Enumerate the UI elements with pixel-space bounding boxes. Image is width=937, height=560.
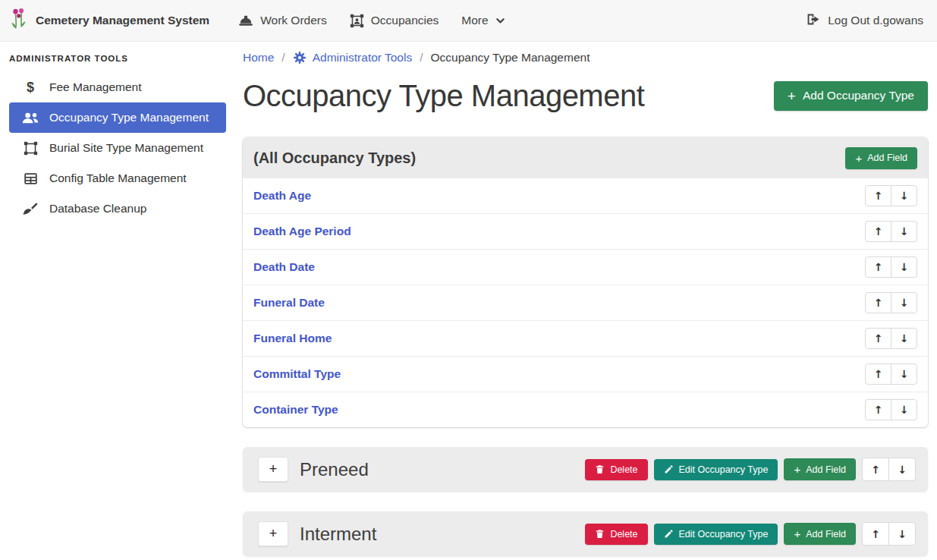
move-down-button[interactable]: ↓ [891, 328, 917, 349]
field-link[interactable]: Death Date [253, 260, 315, 274]
plus-icon: + [855, 153, 862, 164]
pencil-icon [664, 464, 674, 474]
app-title: Cemetery Management System [36, 14, 209, 27]
gear-icon [293, 51, 307, 64]
logout-icon [806, 12, 820, 30]
page-layout: ADMINISTRATOR TOOLS $ Fee Management Occ… [0, 42, 937, 560]
users-icon [21, 112, 39, 124]
occupancy-type-section: + Interment Delete [243, 511, 928, 556]
field-row: Committal Type ↑ ↓ [243, 356, 928, 392]
move-up-button[interactable]: ↑ [865, 363, 891, 385]
sidebar-item-config-table-management[interactable]: Config Table Management [9, 163, 226, 193]
arrow-down-icon: ↓ [898, 464, 907, 476]
occupancy-frame-icon [350, 14, 364, 28]
field-link[interactable]: Funeral Date [253, 296, 325, 310]
reorder-group: ↑ ↓ [865, 363, 917, 385]
breadcrumb-label: Administrator Tools [313, 51, 413, 64]
breadcrumb-admin-tools-link[interactable]: Administrator Tools [293, 51, 413, 64]
arrow-up-icon: ↑ [874, 297, 883, 309]
add-field-button[interactable]: + Add Field [784, 523, 856, 545]
delete-button[interactable]: Delete [585, 459, 647, 480]
reorder-group: ↑ ↓ [862, 522, 916, 546]
plus-icon: + [269, 461, 278, 477]
move-up-button[interactable]: ↑ [865, 399, 891, 420]
move-up-button[interactable]: ↑ [865, 221, 891, 242]
page-header: Occupancy Type Management + Add Occupanc… [243, 71, 928, 121]
plus-icon: + [794, 464, 800, 475]
move-down-button[interactable]: ↓ [891, 399, 917, 420]
reorder-group: ↑ ↓ [865, 399, 917, 420]
arrow-up-icon: ↑ [874, 190, 883, 202]
move-down-button[interactable]: ↓ [891, 256, 917, 278]
button-label: Edit Occupancy Type [679, 464, 769, 475]
reorder-group: ↑ ↓ [865, 256, 917, 278]
move-down-button[interactable]: ↓ [891, 292, 917, 313]
logout-label: Log Out d.gowans [828, 14, 923, 27]
arrow-down-icon: ↓ [898, 528, 907, 540]
field-link[interactable]: Funeral Home [253, 332, 332, 345]
expand-button[interactable]: + [258, 521, 288, 546]
field-rows: Death Age ↑ ↓ Death Age Period ↑ ↓ Death… [243, 178, 928, 427]
add-field-button[interactable]: + Add Field [784, 458, 856, 480]
reorder-group: ↑ ↓ [862, 458, 916, 481]
chevron-down-icon [495, 16, 505, 26]
edit-occupancy-type-button[interactable]: Edit Occupancy Type [654, 524, 778, 545]
move-up-button[interactable]: ↑ [862, 522, 889, 546]
sidebar-item-database-cleanup[interactable]: Database Cleanup [9, 193, 226, 224]
main-content: Home / Administrator Tools / Occupancy T… [235, 42, 937, 560]
primary-nav: Work Orders Occupancies More [229, 7, 514, 35]
brand: Cemetery Management System [11, 8, 209, 33]
top-navbar: Cemetery Management System Work Orders [0, 0, 937, 42]
arrow-up-icon: ↑ [874, 368, 883, 380]
table-icon [21, 171, 39, 186]
expand-button[interactable]: + [258, 457, 288, 482]
field-link[interactable]: Death Age [253, 189, 311, 203]
reorder-group: ↑ ↓ [865, 292, 917, 313]
delete-button[interactable]: Delete [585, 524, 647, 545]
move-up-button[interactable]: ↑ [865, 185, 891, 206]
nav-label: More [461, 14, 488, 27]
hard-hat-icon [238, 14, 253, 27]
add-occupancy-type-button[interactable]: + Add Occupancy Type [774, 81, 928, 111]
page-title: Occupancy Type Management [243, 77, 644, 115]
arrow-down-icon: ↓ [900, 190, 909, 202]
arrow-up-icon: ↑ [874, 404, 883, 416]
breadcrumb-separator: / [281, 51, 285, 64]
move-down-button[interactable]: ↓ [891, 185, 917, 206]
breadcrumb-home-link[interactable]: Home [243, 51, 274, 64]
pencil-icon [664, 529, 674, 539]
move-up-button[interactable]: ↑ [862, 458, 889, 481]
field-link[interactable]: Committal Type [253, 367, 341, 381]
arrow-up-icon: ↑ [871, 528, 880, 540]
nav-work-orders[interactable]: Work Orders [229, 7, 336, 34]
move-down-button[interactable]: ↓ [888, 522, 916, 546]
sidebar-item-label: Config Table Management [49, 171, 187, 185]
move-up-button[interactable]: ↑ [865, 328, 891, 349]
move-down-button[interactable]: ↓ [891, 363, 917, 385]
nav-occupancies[interactable]: Occupancies [341, 7, 448, 35]
arrow-down-icon: ↓ [900, 225, 909, 238]
sidebar-item-burial-site-type-management[interactable]: Burial Site Type Management [9, 133, 226, 163]
vector-square-icon [21, 141, 39, 156]
move-up-button[interactable]: ↑ [865, 292, 891, 313]
tulip-logo-icon [11, 8, 27, 33]
nav-label: Occupancies [371, 14, 439, 27]
move-up-button[interactable]: ↑ [865, 256, 891, 278]
sidebar-item-fee-management[interactable]: $ Fee Management [9, 72, 226, 102]
logout-button[interactable]: Log Out d.gowans [803, 5, 926, 36]
move-down-button[interactable]: ↓ [891, 221, 917, 242]
edit-occupancy-type-button[interactable]: Edit Occupancy Type [654, 459, 778, 480]
sidebar-item-occupancy-type-management[interactable]: Occupancy Type Management [9, 102, 226, 133]
arrow-up-icon: ↑ [874, 225, 883, 238]
button-label: Add Field [806, 464, 846, 475]
breadcrumb-current: Occupancy Type Management [431, 51, 590, 64]
nav-more[interactable]: More [452, 7, 514, 34]
arrow-up-icon: ↑ [874, 332, 883, 344]
section-title: Interment [300, 524, 376, 545]
button-label: Add Occupancy Type [803, 89, 914, 102]
field-link[interactable]: Death Age Period [253, 225, 351, 238]
field-link[interactable]: Container Type [253, 403, 338, 417]
move-down-button[interactable]: ↓ [888, 458, 916, 481]
add-field-button[interactable]: + Add Field [845, 147, 917, 169]
sidebar-item-label: Occupancy Type Management [49, 111, 209, 124]
